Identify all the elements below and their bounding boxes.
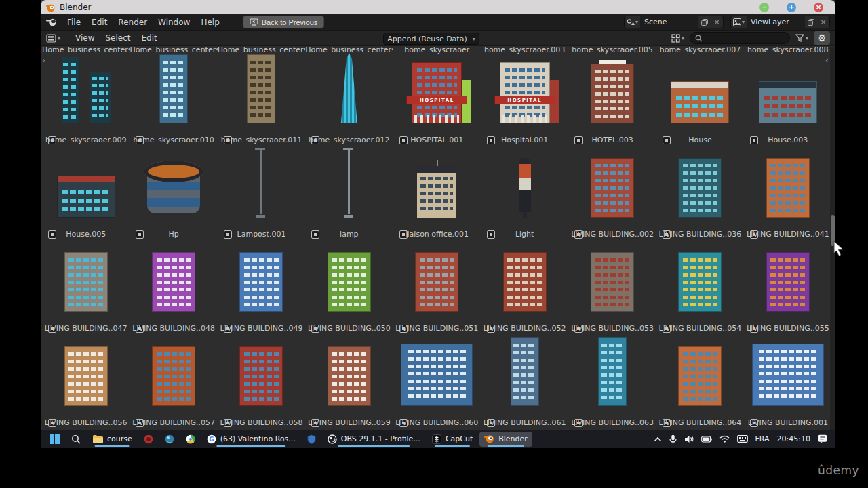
item-label: home_skyscraoer.011 — [215, 136, 308, 144]
obs[interactable]: OBS 29.1.1 - Profile... — [323, 432, 425, 447]
fb-menu-edit[interactable]: Edit — [136, 32, 163, 44]
grid-item[interactable]: House.005 — [42, 146, 130, 240]
grid-item[interactable]: LIVING BUILDING..053 — [568, 240, 656, 334]
grid-item[interactable]: HOSPITALHospital.001 — [481, 52, 568, 146]
grid-item[interactable]: LIVING BUILDING..041 — [744, 146, 831, 240]
grid-item[interactable]: House.003 — [744, 52, 831, 146]
sidebar-expand-arrow[interactable]: ‹ — [825, 55, 829, 65]
close-button[interactable]: × — [814, 3, 823, 12]
item-thumbnail — [42, 334, 130, 415]
menu-file[interactable]: File — [62, 16, 86, 28]
viewlayer-copy-icon[interactable] — [805, 16, 817, 28]
item-label: home_skyscraoer.010 — [127, 136, 220, 144]
grid-item[interactable]: LIVING BUILDING..002 — [568, 146, 656, 240]
grid-item[interactable]: LIVING BUILDING..054 — [656, 240, 744, 334]
volume[interactable] — [684, 435, 694, 443]
grid-item[interactable]: LIVING BUILDING..047 — [42, 240, 130, 334]
fb-menu-select[interactable]: Select — [100, 32, 136, 44]
filter-button[interactable]: ▾ — [795, 34, 808, 42]
grid-item[interactable]: LIVING BUILDING..058 — [218, 334, 305, 428]
grid-item[interactable]: liaison office.001 — [393, 146, 481, 240]
viewlayer-icon[interactable]: ▾ — [731, 16, 747, 28]
grid-item[interactable]: LIVING BUILDING..036 — [656, 146, 744, 240]
grid-item[interactable]: LIVING BUILDING..064 — [656, 334, 744, 428]
grid-item[interactable]: home_skyscraoer.012 — [305, 52, 393, 146]
viewlayer-unlink-icon[interactable]: × — [817, 16, 829, 28]
grid-item[interactable]: Hp — [130, 146, 217, 240]
grid-item[interactable]: LIVING BUILDING..048 — [130, 240, 217, 334]
grid-item[interactable]: LIVING BUILDING..052 — [481, 240, 568, 334]
display-settings-gear-icon[interactable]: ⚙ — [814, 31, 830, 45]
notification-center-icon[interactable] — [818, 434, 827, 443]
blender[interactable]: Blender — [479, 432, 532, 447]
battery[interactable] — [701, 436, 712, 443]
app-sphere[interactable] — [160, 432, 179, 447]
search-input[interactable] — [690, 32, 790, 44]
menu-help[interactable]: Help — [195, 16, 224, 28]
grid-item[interactable]: LIVING BUILDING.001 — [744, 334, 831, 428]
tray-chevron[interactable] — [654, 436, 662, 442]
filebrowser-content: Home_business_centers...Home_business_ce… — [41, 47, 835, 430]
grid-item[interactable]: LIVING BUILDING..059 — [305, 334, 393, 428]
scene-unlink-icon[interactable]: × — [711, 16, 723, 28]
grid-item[interactable]: LIVING BUILDING..050 — [305, 240, 393, 334]
append-mode-label: Append (Reuse Data) — [387, 35, 467, 43]
fb-menu-view[interactable]: View — [70, 32, 100, 44]
scene-copy-icon[interactable] — [698, 16, 711, 28]
file-explorer[interactable]: course — [87, 432, 137, 447]
back-to-previous-button[interactable]: Back to Previous — [243, 16, 325, 28]
grid-item[interactable]: LIVING BUILDING..055 — [744, 240, 831, 334]
item-thumbnail — [481, 334, 568, 415]
grid-item[interactable]: House — [656, 52, 744, 146]
grid-item[interactable]: home_skyscraoer.010 — [130, 52, 217, 146]
chrome-window[interactable]: G(63) Valentino Ros... — [202, 432, 300, 447]
item-thumbnail — [42, 240, 130, 321]
blender-menu-logo-icon[interactable] — [46, 18, 58, 26]
scene-selector[interactable]: ▾ Scene × — [624, 16, 724, 28]
chrome-window-label: (63) Valentino Ros... — [220, 434, 296, 443]
viewlayer-selector[interactable]: ▾ ViewLayer × — [730, 16, 830, 28]
app-red[interactable] — [139, 432, 158, 447]
maximize-button[interactable]: + — [787, 3, 796, 12]
scene-icon[interactable]: ▾ — [625, 16, 640, 28]
scene-name[interactable]: Scene — [640, 18, 698, 26]
grid-item[interactable]: HOTEL.003 — [568, 52, 656, 146]
wifi[interactable] — [719, 435, 730, 443]
grid-item[interactable]: Lampost.001 — [218, 146, 305, 240]
toolbar-expand-arrow[interactable]: › — [42, 55, 45, 65]
item-thumbnail — [393, 240, 481, 321]
editor-type-icon[interactable]: ▾ — [46, 34, 60, 43]
language-indicator[interactable]: FRA — [755, 434, 770, 443]
grid-item[interactable]: home_skyscraoer.009 — [42, 52, 130, 146]
grid-item[interactable]: LIVING BUILDING..049 — [218, 240, 305, 334]
menu-render[interactable]: Render — [113, 16, 153, 28]
grid-item[interactable]: LIVING BUILDING..063 — [568, 334, 656, 428]
item-thumbnail — [568, 334, 656, 415]
scrollbar[interactable] — [830, 47, 835, 430]
chrome[interactable] — [181, 432, 200, 447]
defender[interactable] — [302, 432, 321, 447]
item-label: LIVING BUILDING..041 — [741, 230, 834, 239]
grid-item[interactable]: LIVING BUILDING..061 — [481, 334, 568, 428]
display-mode-button[interactable]: ▾ — [671, 34, 684, 43]
grid-item[interactable]: LIVING BUILDING..057 — [130, 334, 217, 428]
touch-keyboard[interactable] — [737, 435, 748, 443]
grid-item[interactable]: home_skyscraoer.011 — [218, 52, 305, 146]
append-mode-dropdown[interactable]: Append (Reuse Data) ▾ — [383, 33, 479, 45]
minimize-button[interactable]: – — [760, 3, 769, 12]
grid-item[interactable]: lamp — [305, 146, 393, 240]
grid-item[interactable]: LIVING BUILDING..056 — [42, 334, 130, 428]
item-label: HOSPITAL.001 — [391, 136, 484, 144]
viewlayer-name[interactable]: ViewLayer — [747, 18, 805, 26]
clock[interactable]: 20:45:10 — [777, 434, 810, 443]
search-button[interactable] — [66, 432, 85, 447]
grid-item[interactable]: Light — [481, 146, 568, 240]
grid-item[interactable]: LIVING BUILDING..051 — [393, 240, 481, 334]
grid-item[interactable]: HOSPITALHOSPITAL.001 — [393, 52, 481, 146]
start-button[interactable] — [45, 432, 64, 447]
menu-window[interactable]: Window — [153, 16, 195, 28]
grid-item[interactable]: LIVING BUILDING..060 — [393, 334, 481, 428]
capcut[interactable]: CapCut — [427, 432, 477, 447]
microphone[interactable] — [669, 434, 677, 444]
menu-edit[interactable]: Edit — [86, 16, 113, 28]
